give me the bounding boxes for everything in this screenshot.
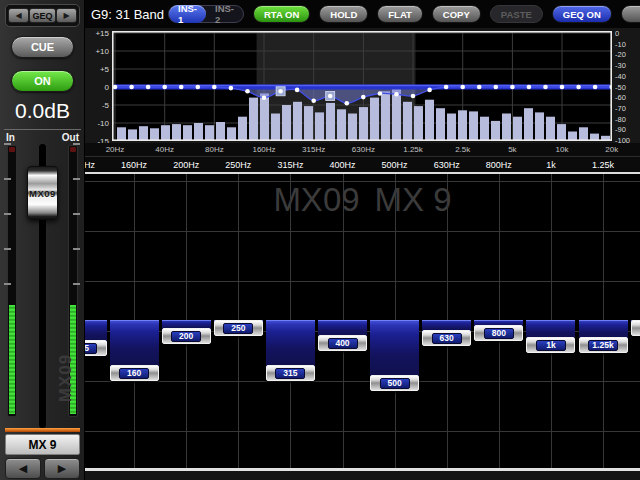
rta-level-tick-label: -30: [615, 61, 626, 70]
band-strip-label: 500Hz: [373, 160, 417, 170]
fader-grid-hline: [85, 381, 640, 382]
geq-on-button[interactable]: GEQ ON: [552, 5, 612, 23]
eq-gain-tick-label: +15: [85, 29, 109, 38]
geq-band-cap-label: 200: [171, 331, 201, 342]
geq-band-cap-630[interactable]: 630: [422, 330, 471, 346]
on-button[interactable]: ON: [11, 70, 74, 92]
geq-band-cap-250[interactable]: 250: [214, 320, 263, 336]
band-strip-label: 1k: [529, 160, 573, 170]
copy-button[interactable]: COPY: [432, 5, 481, 23]
geq-band-cap-1k[interactable]: 1k: [526, 337, 575, 353]
freq-axis-label: 315Hz: [292, 145, 336, 154]
mixer-button[interactable]: MIXER: [621, 5, 640, 23]
freq-axis-label: 5k: [490, 145, 534, 154]
mixer-watermark: MX09 MX 9: [85, 181, 640, 219]
eq-gain-tick-label: 0: [85, 83, 109, 92]
channel-fader-track[interactable]: MX09: [27, 140, 58, 432]
freq-axis-label: 20Hz: [93, 145, 137, 154]
fader-grid-hline: [85, 181, 640, 182]
geq-band-cap-label: 1.25k: [588, 340, 618, 351]
rta-level-tick-label: -50: [615, 83, 626, 92]
geq-fader-panel: MX09 MX 9 1251602002503154005006308001k1…: [85, 172, 640, 480]
out-label: Out: [62, 132, 79, 143]
geq-nav-next-button[interactable]: ▶: [56, 8, 77, 23]
hold-button[interactable]: HOLD: [319, 5, 368, 23]
fader-knob-label: MX09: [29, 188, 56, 199]
rta-on-button[interactable]: RTA ON: [253, 5, 310, 23]
geq-nav-label[interactable]: GEQ: [29, 8, 56, 23]
band-freq-strip: 125Hz160Hz200Hz250Hz315Hz400Hz500Hz630Hz…: [85, 156, 640, 172]
in-label: In: [6, 132, 15, 143]
geq-band-cap-label: 400: [328, 338, 358, 349]
top-toolbar: G9: 31 Band INS-1 INS-2 RTA ON HOLD FLAT…: [85, 0, 640, 28]
geq-type-nav: ◀ GEQ ▶: [5, 4, 80, 27]
fader-grid-hline: [85, 431, 640, 432]
geq-band-cap-1.25k[interactable]: 1.25k: [579, 337, 628, 353]
geq-band-block-160: [110, 320, 159, 369]
tab-ins-1[interactable]: INS-1: [169, 5, 206, 23]
geq-band-cap-label: 315: [275, 368, 305, 379]
band-strip-label: 400Hz: [321, 160, 365, 170]
channel-watermark: MX09: [56, 330, 76, 426]
right-arrow-icon: ▶: [58, 462, 66, 475]
prev-channel-button[interactable]: ◀: [5, 458, 41, 479]
mixer-watermark-right: MX 9: [375, 181, 452, 219]
eq-curve-graph[interactable]: [112, 31, 612, 141]
input-meter-level: [9, 305, 15, 414]
rta-level-tick-label: -40: [615, 72, 626, 81]
geq-band-cap-label: 630: [432, 333, 462, 344]
geq-band-cap-label: 1k: [536, 340, 566, 351]
band-strip-label: 315Hz: [268, 160, 312, 170]
rta-level-tick-label: -80: [615, 115, 626, 124]
gain-readout: 0.0dB: [0, 99, 85, 125]
channel-fader-knob[interactable]: MX09: [27, 166, 58, 220]
geq-nav-prev-button[interactable]: ◀: [8, 8, 29, 23]
geq-band-block-315: [266, 320, 315, 369]
rta-level-tick-label: -10: [615, 40, 626, 49]
geq-band-cap-800[interactable]: 800: [474, 325, 523, 341]
freq-axis-label: 80Hz: [192, 145, 236, 154]
rta-level-tick-label: -60: [615, 93, 626, 102]
rta-level-tick-label: -20: [615, 50, 626, 59]
rta-level-tick-label: -90: [615, 125, 626, 134]
freq-axis-row: 20Hz40Hz80Hz160Hz315Hz630Hz1.25k2.5k5k10…: [85, 143, 640, 156]
geq-band-cap-label: 125: [85, 343, 97, 354]
geq-band-cap-label: 500: [380, 378, 410, 389]
rta-level-tick-label: -70: [615, 104, 626, 113]
freq-axis-label: 10k: [540, 145, 584, 154]
geq-band-cap-125[interactable]: 125: [85, 340, 107, 356]
geq-band-cap-label: 250: [223, 323, 253, 334]
geq-band-cap-160[interactable]: 160: [110, 365, 159, 381]
geq-band-cap-315[interactable]: 315: [266, 365, 315, 381]
left-arrow-icon: ◀: [15, 11, 21, 20]
tab-ins-2[interactable]: INS-2: [206, 5, 243, 23]
flat-button[interactable]: FLAT: [377, 5, 423, 23]
paste-button[interactable]: PASTE: [490, 5, 543, 23]
eq-gain-tick-label: -10: [85, 119, 109, 128]
mixer-watermark-left: MX09: [273, 181, 359, 219]
eq-gain-tick-label: -5: [85, 101, 109, 110]
channel-name-label: MX 9: [5, 434, 80, 455]
band-strip-label: 800Hz: [477, 160, 521, 170]
band-strip-label: 1.25k: [581, 160, 625, 170]
geq-band-cap-400[interactable]: 400: [318, 335, 367, 351]
eq-gain-tick-label: +5: [85, 65, 109, 74]
next-channel-button[interactable]: ▶: [44, 458, 80, 479]
geq-band-cap-label: 160: [119, 368, 149, 379]
left-arrow-icon: ◀: [19, 462, 27, 475]
freq-axis-label: 630Hz: [341, 145, 385, 154]
geq-band-cap-500[interactable]: 500: [370, 375, 419, 391]
cue-button[interactable]: CUE: [11, 36, 74, 58]
ins-segmented-control: INS-1 INS-2: [168, 5, 244, 23]
geq-band-cap-200[interactable]: 200: [162, 328, 211, 344]
freq-axis-label: 1.25k: [391, 145, 435, 154]
band-strip-label: 160Hz: [112, 160, 156, 170]
band-strip-label: 630Hz: [425, 160, 469, 170]
channel-strip-sidebar: ◀ GEQ ▶ CUE ON 0.0dB In Out MX09 MX09 MX…: [0, 0, 85, 480]
channel-color-bar: [5, 428, 80, 432]
fader-grid-hline: [85, 281, 640, 282]
sidebar-divider: [4, 129, 81, 130]
band-strip-label: 1.6k: [633, 160, 640, 170]
eq-gain-tick-label: +10: [85, 47, 109, 56]
geq-band-cap-1.6k[interactable]: 1.6k: [631, 320, 640, 336]
